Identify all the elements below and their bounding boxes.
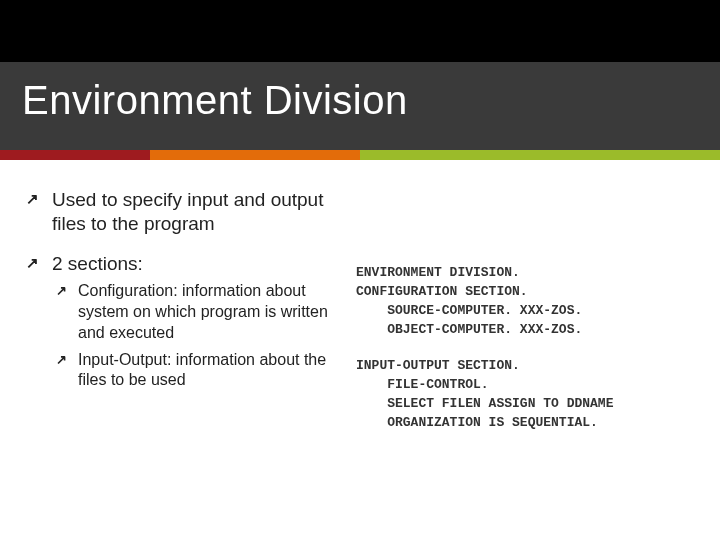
bullet-item: Used to specify input and output files t… <box>22 188 352 236</box>
code-column: ENVIRONMENT DIVISION. CONFIGURATION SECT… <box>352 188 698 433</box>
strip-green <box>360 150 720 160</box>
slide-title: Environment Division <box>22 78 408 123</box>
bullet-item: 2 sections: Configuration: information a… <box>22 252 352 392</box>
accent-strip <box>0 150 720 160</box>
code-line: ORGANIZATION IS SEQUENTIAL. <box>356 415 598 430</box>
text-column: Used to specify input and output files t… <box>22 188 352 433</box>
strip-orange <box>150 150 360 160</box>
code-line: FILE-CONTROL. <box>356 377 489 392</box>
strip-red <box>0 150 150 160</box>
code-line: SELECT FILEN ASSIGN TO DDNAME <box>356 396 613 411</box>
code-line: ENVIRONMENT DIVISION. <box>356 265 520 280</box>
code-line: CONFIGURATION SECTION. <box>356 284 528 299</box>
code-line: INPUT-OUTPUT SECTION. <box>356 358 520 373</box>
code-line: OBJECT-COMPUTER. XXX-ZOS. <box>356 322 582 337</box>
sub-bullet-item: Input-Output: information about the file… <box>52 350 352 392</box>
sub-bullet-item: Configuration: information about system … <box>52 281 352 343</box>
code-example: ENVIRONMENT DIVISION. CONFIGURATION SECT… <box>356 264 698 433</box>
bullet-text: 2 sections: <box>52 253 143 274</box>
slide-header: Environment Division <box>0 0 720 150</box>
slide-body: Used to specify input and output files t… <box>0 160 720 433</box>
code-line: SOURCE-COMPUTER. XXX-ZOS. <box>356 303 582 318</box>
